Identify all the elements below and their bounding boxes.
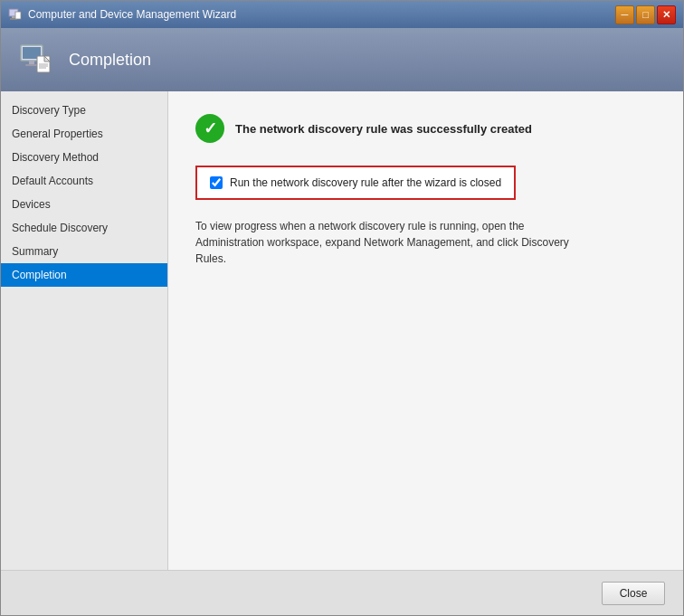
sidebar-item-discovery-type[interactable]: Discovery Type [1,99,167,122]
success-icon [195,114,224,143]
sidebar-item-completion[interactable]: Completion [1,263,167,287]
svg-rect-1 [12,16,15,18]
main-window: Computer and Device Management Wizard ─ … [0,0,684,616]
sidebar-item-default-accounts[interactable]: Default Accounts [1,169,167,193]
run-after-close-checkbox[interactable] [210,176,223,189]
run-after-close-container: Run the network discovery rule after the… [195,166,516,200]
footer: Close [1,570,683,615]
svg-rect-6 [29,61,34,64]
page-title: Completion [69,51,151,70]
sidebar-item-devices[interactable]: Devices [1,193,167,216]
main-content: The network discovery rule was successfu… [168,91,683,570]
header-banner: Completion [1,28,683,91]
sidebar-item-general-properties[interactable]: General Properties [1,122,167,146]
info-text: To view progress when a network discover… [195,218,575,267]
close-window-button[interactable]: ✕ [657,5,676,24]
close-button[interactable]: Close [602,582,665,605]
content-area: Discovery TypeGeneral PropertiesDiscover… [1,91,683,570]
window-icon [8,7,23,22]
svg-rect-7 [25,64,38,66]
svg-rect-3 [15,12,21,19]
success-message: The network discovery rule was successfu… [235,122,532,136]
wizard-header-icon [19,42,55,78]
sidebar: Discovery TypeGeneral PropertiesDiscover… [1,91,168,570]
sidebar-item-summary[interactable]: Summary [1,240,167,263]
minimize-button[interactable]: ─ [615,5,634,24]
title-bar: Computer and Device Management Wizard ─ … [1,1,683,28]
run-after-close-label[interactable]: Run the network discovery rule after the… [230,176,501,189]
success-row: The network discovery rule was successfu… [195,114,656,143]
sidebar-item-schedule-discovery[interactable]: Schedule Discovery [1,216,167,240]
window-title: Computer and Device Management Wizard [28,8,615,21]
sidebar-item-discovery-method[interactable]: Discovery Method [1,146,167,169]
maximize-button[interactable]: □ [636,5,655,24]
title-bar-controls: ─ □ ✕ [615,5,676,24]
